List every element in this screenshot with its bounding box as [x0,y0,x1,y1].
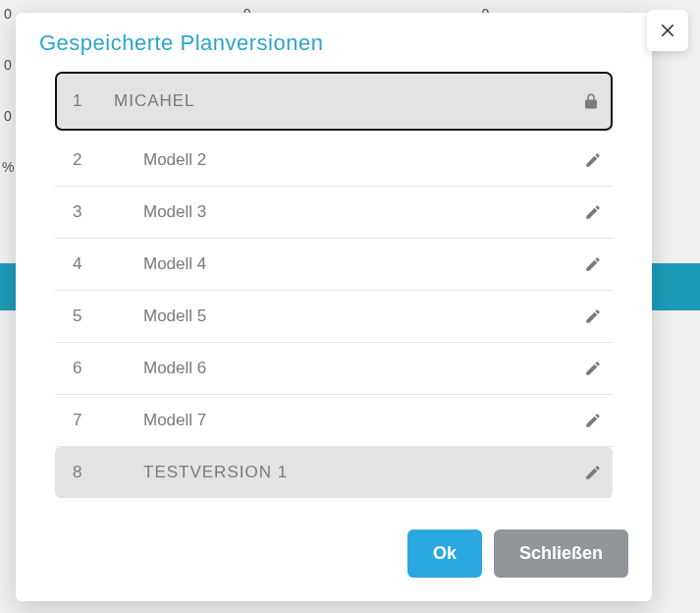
planversions-dialog: Gespeicherte Planversionen 1MICAHEL2Mode… [16,13,652,601]
planversion-row[interactable]: 6Modell 6 [55,343,613,395]
row-label: Modell 6 [143,359,573,378]
planversion-row[interactable]: 1MICAHEL [55,72,613,131]
dialog-footer: Ok Schließen [16,498,652,582]
planversion-list: 1MICAHEL2Modell 23Modell 34Modell 45Mode… [16,72,652,498]
row-number: 5 [55,306,143,326]
row-label: Modell 2 [143,150,573,170]
lock-icon [571,92,611,110]
row-number: 3 [55,202,143,222]
edit-icon[interactable] [573,360,613,377]
planversion-row[interactable]: 3Modell 3 [55,187,613,239]
row-number: 7 [55,411,143,430]
ok-button[interactable]: Ok [407,529,482,578]
planversion-row[interactable]: 2Modell 2 [55,135,613,187]
row-label: Modell 5 [143,306,573,326]
edit-icon[interactable] [573,307,613,325]
planversion-row[interactable]: 7Modell 7 [55,395,613,447]
planversion-row[interactable]: 5Modell 5 [55,291,613,343]
edit-icon[interactable] [573,203,613,221]
row-label: Modell 3 [143,202,573,222]
row-label: TESTVERSION 1 [143,463,573,482]
edit-icon[interactable] [573,412,613,429]
row-label: Modell 7 [143,411,573,430]
row-number: 4 [55,254,143,274]
close-icon [659,22,676,39]
edit-icon[interactable] [573,255,613,273]
dialog-title: Gespeicherte Planversionen [16,13,652,72]
row-number: 8 [55,463,143,482]
row-label: MICAHEL [114,91,571,111]
dialog-close-button[interactable] [647,10,688,51]
close-button[interactable]: Schließen [494,529,628,578]
planversion-row[interactable]: 8TESTVERSION 1 [55,447,613,498]
row-number: 2 [55,150,143,170]
edit-icon[interactable] [573,464,613,481]
row-number: 6 [55,359,143,378]
row-label: Modell 4 [143,254,573,274]
planversion-row[interactable]: 4Modell 4 [55,239,613,291]
edit-icon[interactable] [573,151,613,169]
